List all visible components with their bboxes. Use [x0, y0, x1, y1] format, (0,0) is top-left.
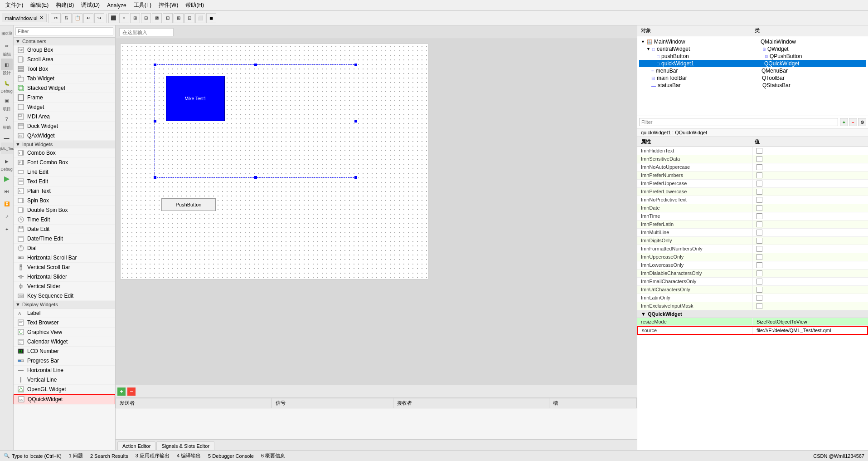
- widget-calendar[interactable]: 12 Calendar Widget: [14, 337, 115, 347]
- paste-button[interactable]: 📋: [73, 13, 82, 23]
- widget-qquick[interactable]: QQ QQuickWidget: [14, 394, 115, 404]
- widget-widget[interactable]: Widget: [14, 103, 115, 112]
- remove-connection-button[interactable]: −: [127, 387, 136, 396]
- layout-button6[interactable]: ◼: [206, 13, 216, 23]
- sidebar-run-icon[interactable]: ▶: [1, 172, 13, 184]
- push-button-widget[interactable]: PushButton: [161, 198, 216, 211]
- sidebar-qmltest[interactable]: QML_Test: [1, 142, 13, 154]
- layout-button4[interactable]: ⊡: [184, 13, 194, 23]
- prop-checkbox[interactable]: [756, 197, 762, 203]
- prop-checkbox[interactable]: [756, 221, 762, 227]
- prop-checkbox[interactable]: [756, 213, 762, 219]
- category-input[interactable]: ▼ Input Widgets: [14, 141, 115, 148]
- prop-row-imhexclusiveinputmask[interactable]: ImhExclusiveInputMask: [637, 302, 868, 310]
- prop-checkbox[interactable]: [756, 205, 762, 211]
- menu-widgets[interactable]: 控件(W): [155, 0, 182, 10]
- layout-v-button[interactable]: ≡: [119, 13, 129, 23]
- layout-f-button[interactable]: ⊟: [141, 13, 151, 23]
- prop-checkbox[interactable]: [756, 246, 762, 252]
- prop-value-cell[interactable]: file:///E:/delete/QML_Test/test.qml: [753, 327, 867, 334]
- menu-build[interactable]: 构建(B): [52, 0, 78, 10]
- widget-spin-box[interactable]: Spin Box: [14, 196, 115, 206]
- widget-scroll-area[interactable]: Scroll Area: [14, 55, 115, 64]
- menu-help[interactable]: 帮助(H): [182, 0, 208, 10]
- prop-checkbox[interactable]: [756, 189, 762, 195]
- layout-button1[interactable]: ⊠: [152, 13, 162, 23]
- prop-checkbox[interactable]: [756, 148, 762, 154]
- sidebar-step2-icon[interactable]: ⏬: [1, 198, 13, 210]
- widget-key-seq[interactable]: ⌨ Key Sequence Edit: [14, 291, 115, 301]
- widget-lcd[interactable]: 12 LCD Number: [14, 347, 115, 356]
- status-compile[interactable]: 4 编译输出: [177, 452, 201, 459]
- widget-qax[interactable]: AX QAxWidget: [14, 131, 115, 141]
- widget-dial[interactable]: Dial: [14, 244, 115, 253]
- prop-row-imhnoautouppercase[interactable]: ImhNoAutoUppercase: [637, 163, 868, 172]
- undo-button[interactable]: ↩: [83, 13, 93, 23]
- prop-row-imhdialablecharactersonly[interactable]: ImhDialableCharactersOnly: [637, 270, 868, 278]
- widget-progress-bar[interactable]: Progress Bar: [14, 356, 115, 366]
- prop-row-imhsensitivedata[interactable]: ImhSensitiveData: [637, 155, 868, 163]
- widget-tab-widget[interactable]: Tab Widget: [14, 74, 115, 83]
- quick-widget[interactable]: Mike Test1: [166, 76, 225, 121]
- widget-v-slider[interactable]: Vertical Slider: [14, 282, 115, 291]
- widget-h-slider[interactable]: Horizontal Slider: [14, 272, 115, 282]
- menu-debug[interactable]: 调试(D): [78, 0, 103, 10]
- widget-graphics-view[interactable]: Graphics View: [14, 328, 115, 337]
- widget-date-edit[interactable]: Date Edit: [14, 225, 115, 234]
- canvas-search-input[interactable]: [119, 28, 174, 36]
- prop-checkbox[interactable]: [756, 279, 762, 284]
- layout-g-button[interactable]: ⊞: [130, 13, 140, 23]
- prop-row-imhhiddentext[interactable]: ImhHiddenText: [637, 147, 868, 155]
- tree-pushbutton[interactable]: ▷ □ pushButton 🗎 QPushButton: [639, 53, 866, 60]
- prop-checkbox[interactable]: [756, 164, 762, 170]
- prop-checkbox[interactable]: [756, 270, 762, 276]
- canvas[interactable]: Mike Test1 PushButton: [120, 44, 428, 280]
- prop-row-imhnopredictivetext[interactable]: ImhNoPredictiveText: [637, 196, 868, 204]
- menu-edit[interactable]: 编辑(E): [27, 0, 52, 10]
- prop-row-resizemode[interactable]: resizeModeSizeRootObjectToView: [637, 318, 868, 326]
- tree-quickwidget[interactable]: ▷ □ quickWidget1 QQuickWidget: [639, 60, 866, 67]
- widget-font-combo[interactable]: F Font Combo Box: [14, 158, 115, 167]
- prop-remove-btn[interactable]: −: [849, 118, 857, 126]
- widget-v-line[interactable]: Vertical Line: [14, 375, 115, 385]
- category-containers[interactable]: ▼ Containers: [14, 38, 115, 45]
- widget-datetime-edit[interactable]: Date/Time Edit: [14, 234, 115, 244]
- status-app-output[interactable]: 3 应用程序输出: [136, 452, 170, 459]
- add-connection-button[interactable]: +: [117, 387, 126, 396]
- widget-dock[interactable]: Dock Widget: [14, 122, 115, 131]
- tab-signals-slots[interactable]: Signals & Slots Editor: [156, 441, 214, 450]
- widget-mdi[interactable]: MDI Area: [14, 112, 115, 122]
- prop-checkbox[interactable]: [756, 295, 762, 301]
- sidebar-edit[interactable]: ✏: [1, 40, 13, 52]
- widget-plain-text[interactable]: AI Plain Text: [14, 186, 115, 196]
- sidebar-debug1[interactable]: 🐛: [1, 77, 13, 89]
- prop-row-imhprefernumbers[interactable]: ImhPreferNumbers: [637, 172, 868, 180]
- sidebar-step3-icon[interactable]: ↗: [1, 211, 13, 222]
- prop-checkbox[interactable]: [756, 156, 762, 162]
- widget-double-spin[interactable]: Double Spin Box: [14, 206, 115, 215]
- sidebar-help[interactable]: ?: [1, 113, 13, 125]
- file-close-icon[interactable]: ✕: [39, 15, 44, 21]
- prop-row-source[interactable]: sourcefile:///E:/delete/QML_Test/test.qm…: [637, 326, 868, 335]
- widget-frame[interactable]: Frame: [14, 93, 115, 103]
- prop-checkbox[interactable]: [756, 172, 762, 178]
- tab-action-editor[interactable]: Action Editor: [117, 441, 155, 450]
- prop-row-imhpreferlowercase[interactable]: ImhPreferLowercase: [637, 188, 868, 196]
- canvas-container[interactable]: Mike Test1 PushButton: [116, 39, 637, 385]
- widget-text-browser[interactable]: Text Browser: [14, 318, 115, 328]
- status-general[interactable]: 6 概要信息: [261, 452, 285, 459]
- prop-row-imhurlcharactersonly[interactable]: ImhUrlCharactersOnly: [637, 286, 868, 294]
- prop-row-imhmultiline[interactable]: ImhMultiLine: [637, 229, 868, 237]
- menu-file[interactable]: 文件(F): [2, 0, 27, 10]
- widget-tool-box[interactable]: Tool Box: [14, 64, 115, 74]
- widget-group-box[interactable]: GB Group Box: [14, 45, 115, 55]
- status-issues[interactable]: 1 问题: [69, 452, 83, 459]
- prop-checkbox[interactable]: [756, 254, 762, 260]
- sidebar-debug2[interactable]: ▶: [1, 155, 13, 167]
- widget-h-scrollbar[interactable]: Horizontal Scroll Bar: [14, 253, 115, 263]
- prop-add-btn[interactable]: +: [840, 118, 848, 126]
- prop-row-imhlatinonly[interactable]: ImhLatinOnly: [637, 294, 868, 302]
- widget-time-edit[interactable]: Time Edit: [14, 215, 115, 225]
- widget-filter-input[interactable]: [15, 27, 113, 35]
- layout-button3[interactable]: ⊞: [174, 13, 184, 23]
